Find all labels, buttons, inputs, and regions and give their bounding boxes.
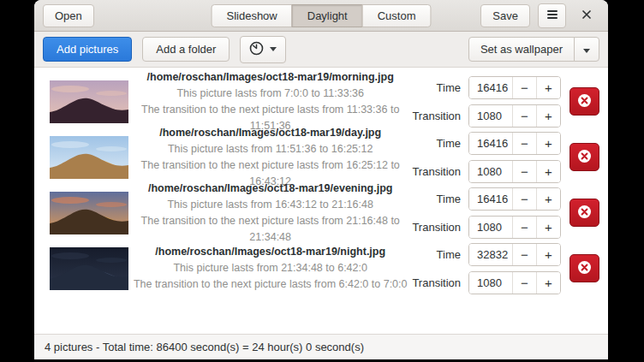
statusbar: 4 pictures - Total time: 86400 second(s)… bbox=[34, 334, 608, 359]
menu-button[interactable] bbox=[538, 3, 566, 28]
picture-path: /home/roschan/Images/oct18-mar19/night.j… bbox=[132, 244, 408, 260]
transition-increment-button[interactable]: + bbox=[536, 105, 560, 127]
set-wallpaper-button[interactable]: Set as wallpaper bbox=[468, 37, 575, 62]
picture-row: /home/roschan/Images/oct18-mar19/night.j… bbox=[34, 240, 608, 296]
picture-row: /home/roschan/Images/oct18-mar19/evening… bbox=[34, 185, 608, 240]
time-spinbutton: − + bbox=[468, 187, 561, 211]
tab-daylight[interactable]: Daylight bbox=[292, 4, 363, 27]
delete-icon bbox=[577, 260, 592, 277]
picture-row: /home/roschan/Images/oct18-mar19/day.jpg… bbox=[34, 129, 608, 185]
picture-thumbnail bbox=[50, 192, 128, 234]
time-spinbutton: − + bbox=[468, 76, 561, 99]
time-decrement-button[interactable]: − bbox=[512, 188, 536, 210]
transition-increment-button[interactable]: + bbox=[536, 272, 560, 294]
add-pictures-button[interactable]: Add pictures bbox=[43, 37, 132, 62]
time-input[interactable] bbox=[469, 188, 512, 210]
set-wallpaper-dropdown-button[interactable] bbox=[574, 37, 599, 62]
time-label: Time bbox=[437, 81, 461, 94]
picture-path: /home/roschan/Images/oct18-mar19/day.jpg bbox=[132, 125, 408, 141]
transition-label: Transition bbox=[412, 276, 461, 289]
time-increment-button[interactable]: + bbox=[536, 244, 560, 265]
transition-spinbutton: − + bbox=[468, 160, 561, 183]
transition-label: Transition bbox=[412, 221, 461, 234]
delete-picture-button[interactable] bbox=[569, 87, 599, 116]
transition-input[interactable] bbox=[469, 272, 512, 294]
header-right-group: Save bbox=[480, 3, 599, 28]
transition-spinbutton: − + bbox=[468, 271, 561, 294]
app-window: Open Slideshow Daylight Custom Save Add … bbox=[34, 0, 608, 359]
chevron-down-icon bbox=[270, 47, 277, 51]
transition-decrement-button[interactable]: − bbox=[512, 217, 536, 238]
chevron-down-icon bbox=[583, 49, 590, 53]
picture-path: /home/roschan/Images/oct18-mar19/evening… bbox=[132, 181, 408, 197]
transition-decrement-button[interactable]: − bbox=[512, 161, 536, 182]
delete-picture-button[interactable] bbox=[569, 143, 599, 171]
picture-duration-text: This picture lasts from 21:34:48 to 6:42… bbox=[132, 260, 408, 276]
picture-list: /home/roschan/Images/oct18-mar19/morning… bbox=[34, 68, 608, 334]
time-decrement-button[interactable]: − bbox=[512, 133, 536, 154]
tab-slideshow[interactable]: Slideshow bbox=[211, 4, 292, 27]
picture-path: /home/roschan/Images/oct18-mar19/morning… bbox=[132, 69, 408, 86]
transition-spin-row: Transition − + bbox=[412, 216, 561, 239]
transition-decrement-button[interactable]: − bbox=[512, 105, 536, 127]
toolbar: Add pictures Add a folder Set as wallpap… bbox=[34, 32, 608, 68]
delete-icon bbox=[577, 205, 592, 222]
picture-thumbnail bbox=[50, 80, 128, 123]
time-increment-button[interactable]: + bbox=[536, 188, 560, 210]
time-input[interactable] bbox=[469, 77, 512, 98]
close-icon bbox=[581, 9, 592, 22]
picture-thumbnail bbox=[50, 136, 128, 179]
time-spinbutton: − + bbox=[468, 243, 561, 266]
headerbar: Open Slideshow Daylight Custom Save bbox=[34, 0, 608, 32]
status-summary: 4 pictures - Total time: 86400 second(s)… bbox=[45, 341, 364, 353]
time-input[interactable] bbox=[469, 133, 512, 154]
picture-info: /home/roschan/Images/oct18-mar19/evening… bbox=[128, 181, 412, 246]
transition-increment-button[interactable]: + bbox=[536, 161, 560, 182]
transition-input[interactable] bbox=[469, 161, 512, 182]
transition-decrement-button[interactable]: − bbox=[512, 272, 536, 294]
transition-label: Transition bbox=[412, 110, 461, 122]
delete-icon bbox=[577, 93, 592, 110]
transition-spinbutton: − + bbox=[468, 216, 561, 239]
time-decrement-button[interactable]: − bbox=[512, 244, 536, 265]
time-increment-button[interactable]: + bbox=[536, 77, 560, 98]
picture-thumbnail bbox=[50, 247, 128, 290]
picture-controls: Time − + Transition − + bbox=[412, 76, 561, 128]
picture-transition-text: The transition to the next picture lasts… bbox=[132, 276, 408, 293]
transition-spin-row: Transition − + bbox=[412, 104, 561, 128]
time-increment-button[interactable]: + bbox=[536, 133, 560, 154]
tab-custom[interactable]: Custom bbox=[362, 4, 432, 27]
delete-icon bbox=[577, 149, 592, 166]
picture-info: /home/roschan/Images/oct18-mar19/night.j… bbox=[128, 244, 412, 293]
picture-controls: Time − + Transition − + bbox=[412, 132, 561, 183]
picture-controls: Time − + Transition − + bbox=[412, 243, 561, 294]
add-folder-button[interactable]: Add a folder bbox=[142, 37, 230, 62]
transition-spinbutton: − + bbox=[468, 104, 561, 128]
transition-increment-button[interactable]: + bbox=[536, 217, 560, 238]
set-wallpaper-group: Set as wallpaper bbox=[468, 37, 599, 62]
transition-input[interactable] bbox=[469, 105, 512, 127]
mode-tab-group: Slideshow Daylight Custom bbox=[211, 4, 431, 27]
picture-controls: Time − + Transition − + bbox=[412, 187, 561, 239]
time-label: Time bbox=[437, 193, 461, 205]
transition-spin-row: Transition − + bbox=[412, 160, 561, 183]
time-options-dropdown-button[interactable] bbox=[240, 36, 286, 63]
time-spin-row: Time − + bbox=[412, 76, 561, 99]
hamburger-menu-icon bbox=[546, 9, 558, 22]
delete-picture-button[interactable] bbox=[569, 199, 599, 227]
time-label: Time bbox=[437, 137, 461, 150]
time-spinbutton: − + bbox=[468, 132, 561, 155]
clock-icon bbox=[249, 41, 264, 58]
transition-spin-row: Transition − + bbox=[412, 271, 561, 294]
time-label: Time bbox=[437, 248, 461, 261]
time-decrement-button[interactable]: − bbox=[512, 77, 536, 98]
save-button[interactable]: Save bbox=[480, 4, 530, 27]
picture-duration-text: This picture lasts from 7:0:0 to 11:33:3… bbox=[132, 86, 408, 102]
open-button[interactable]: Open bbox=[43, 4, 94, 27]
transition-input[interactable] bbox=[469, 217, 512, 238]
time-input[interactable] bbox=[469, 244, 512, 265]
close-window-button[interactable] bbox=[574, 3, 599, 28]
picture-duration-text: This picture lasts from 11:51:36 to 16:2… bbox=[132, 141, 408, 157]
picture-row: /home/roschan/Images/oct18-mar19/morning… bbox=[34, 74, 608, 129]
delete-picture-button[interactable] bbox=[569, 254, 599, 282]
